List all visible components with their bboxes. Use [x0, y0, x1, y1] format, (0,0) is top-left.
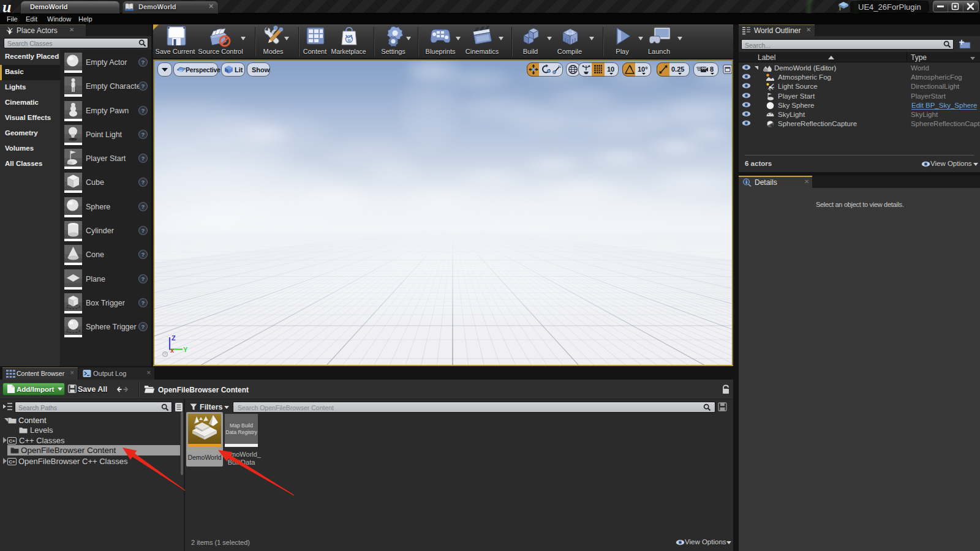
svg-text:Y: Y [183, 346, 188, 353]
svg-text:C+: C+ [9, 438, 15, 444]
svg-text:?: ? [141, 323, 145, 330]
svg-text:?: ? [141, 59, 145, 66]
svg-text:?: ? [141, 227, 145, 234]
svg-text:Z: Z [172, 334, 176, 342]
svg-text:?: ? [141, 276, 145, 282]
svg-text:?: ? [141, 107, 145, 114]
svg-text:?: ? [141, 155, 145, 162]
svg-text:?: ? [141, 131, 145, 138]
svg-text:x: x [170, 347, 175, 354]
svg-text:?: ? [141, 299, 145, 306]
svg-text:C+: C+ [9, 459, 15, 465]
svg-text:?: ? [141, 203, 145, 210]
svg-text:?: ? [141, 251, 145, 258]
svg-text:u: u [347, 37, 350, 43]
svg-text:?: ? [141, 83, 145, 89]
svg-text:?: ? [141, 179, 145, 186]
